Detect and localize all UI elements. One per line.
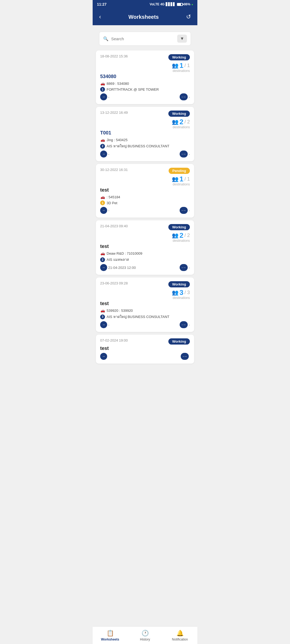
filter-icon: ▼ xyxy=(180,36,184,41)
card-right: Working 👥 3 / 3 destinations xyxy=(168,281,190,300)
dest-label: destinations xyxy=(173,296,190,300)
footer-left-text: 21-04-2023 12:00 xyxy=(108,266,136,270)
signal-text: VoLTE 4G xyxy=(150,2,165,6)
nav-worksheets[interactable]: 📋 Worksheets xyxy=(93,629,128,642)
location-name: AIS หาดใหญ่ BUSINESS CONSULTANT xyxy=(107,143,169,149)
page-title: Worksheets xyxy=(128,14,159,20)
footer-left-text: - xyxy=(108,208,109,213)
status-bar: 11:27 VoLTE 4G ▋▋▋▋ 86% ● xyxy=(93,0,197,9)
search-bar: 🔍 ▼ xyxy=(99,32,191,46)
footer-right: ···→ - xyxy=(180,321,190,328)
card-code: T001 xyxy=(100,130,190,136)
list-item[interactable]: 13-12-2022 16:49 Working 👥 2 / 2 destina… xyxy=(96,107,194,161)
arrow-dots-icon: ···→ xyxy=(180,93,188,100)
dest-label: destinations xyxy=(173,125,190,129)
card-code: 534080 xyxy=(100,74,190,79)
card-date: 07-02-2024 19:00 xyxy=(100,338,128,342)
card-location-row: 2 AIS แมทพลาส xyxy=(100,257,190,262)
list-item[interactable]: 07-02-2024 19:00 Working test → ···→ xyxy=(96,335,194,364)
footer-left-text: - xyxy=(108,152,109,156)
location-name: AIS แมทพลาส xyxy=(107,257,129,262)
card-header: 13-12-2022 16:49 Working 👥 2 / 2 destina… xyxy=(100,111,190,129)
app-header: ‹ Worksheets ↺ xyxy=(93,9,197,25)
arrow-dots-icon: ···→ xyxy=(180,207,188,214)
card-code: test xyxy=(100,301,190,306)
battery-icon xyxy=(177,3,183,6)
vehicle-info: Deaw R&D : 71010009 xyxy=(107,251,142,255)
card-right: Working 👥 2 / 2 destinations xyxy=(168,224,190,243)
location-badge: 2 xyxy=(100,257,105,262)
status-badge: Working xyxy=(168,281,190,287)
card-vehicle-row: 🚗 8869 : 534080 xyxy=(100,81,190,86)
location-name: AIS หาดใหญ่ BUSINESS CONSULTANT xyxy=(107,314,169,320)
list-item[interactable]: 18-08-2022 15:36 Working 👥 1 / 1 destina… xyxy=(96,50,194,104)
card-date: 23-06-2023 09:28 xyxy=(100,281,128,285)
footer-left: → 21-04-2023 12:00 xyxy=(100,264,136,271)
nav-notification[interactable]: 🔔 Notification xyxy=(162,629,197,642)
car-icon: 🚗 xyxy=(100,81,105,86)
arrow-dots-icon: ···→ xyxy=(181,353,189,360)
card-vehicle-row: 🚗 Deaw R&D : 71010009 xyxy=(100,251,190,256)
footer-right: ···→ xyxy=(181,353,190,360)
dest-num: 3 xyxy=(180,289,183,296)
filter-button[interactable]: ▼ xyxy=(177,35,187,43)
car-icon: 🚗 xyxy=(100,251,105,256)
card-date: 21-04-2023 09:40 xyxy=(100,224,128,228)
search-icon: 🔍 xyxy=(103,36,108,41)
arrow-dots-icon: ···→ xyxy=(180,264,188,271)
vehicle-info: 539920 : 539920 xyxy=(107,309,133,313)
card-header: 07-02-2024 19:00 Working xyxy=(100,338,190,345)
status-badge: Working xyxy=(168,338,190,345)
vehicle-info: : 545184 xyxy=(107,195,120,199)
back-button[interactable]: ‹ xyxy=(98,12,102,21)
card-location-row: 1 FORTTHTRACK @ SPE TOWER xyxy=(100,87,190,92)
card-code: test xyxy=(100,187,190,193)
card-footer: → - ···→ - xyxy=(100,151,190,158)
card-header: 21-04-2023 09:40 Working 👥 2 / 2 destina… xyxy=(100,224,190,243)
status-badge: Working xyxy=(168,111,190,117)
list-item[interactable]: 30-12-2022 16:31 Pending 👥 1 / 1 destina… xyxy=(96,164,194,218)
footer-right-text: - xyxy=(189,208,190,213)
footer-left: → - xyxy=(100,321,109,328)
arrow-right-icon: → xyxy=(100,353,107,360)
arrow-right-icon: → xyxy=(100,321,107,328)
card-location-row: 2 AIS หาดใหญ่ BUSINESS CONSULTANT xyxy=(100,143,190,149)
notification-icon: 🔔 xyxy=(176,630,184,637)
dest-icon: 👥 xyxy=(172,62,179,69)
dest-label: destinations xyxy=(173,239,190,243)
vehicle-info: 8869 : 534080 xyxy=(107,82,129,86)
card-code: test xyxy=(100,244,190,249)
dest-num: 2 xyxy=(180,118,183,125)
list-item[interactable]: 21-04-2023 09:40 Working 👥 2 / 2 destina… xyxy=(96,220,194,275)
list-item[interactable]: 23-06-2023 09:28 Working 👥 3 / 3 destina… xyxy=(96,277,194,332)
footer-right: ···→ - xyxy=(180,93,190,100)
footer-left: → xyxy=(100,353,108,360)
card-list: 18-08-2022 15:36 Working 👥 1 / 1 destina… xyxy=(93,50,197,385)
arrow-right-icon: → xyxy=(100,151,107,158)
dest-total: / 2 xyxy=(184,119,190,125)
footer-right-text: - xyxy=(189,95,190,99)
card-vehicle-row: 🚗 : 545184 xyxy=(100,195,190,199)
search-input[interactable] xyxy=(111,36,175,41)
refresh-button[interactable]: ↺ xyxy=(185,12,192,21)
car-icon: 🚗 xyxy=(100,195,105,199)
card-footer: → - ···→ - xyxy=(100,93,190,100)
history-label: History xyxy=(140,638,150,641)
card-date: 13-12-2022 16:49 xyxy=(100,111,128,115)
location-badge: 1 xyxy=(100,200,105,205)
worksheets-icon: 📋 xyxy=(107,630,114,637)
dest-total: / 2 xyxy=(184,233,190,238)
footer-left: → - xyxy=(100,93,109,100)
card-date: 18-08-2022 15:36 xyxy=(100,54,128,58)
vehicle-info: Jing : 540425 xyxy=(107,138,128,142)
location-name: FORTTHTRACK @ SPE TOWER xyxy=(107,87,159,92)
signal-bars: ▋▋▋▋ xyxy=(166,2,175,6)
dest-icon: 👥 xyxy=(172,232,179,239)
card-code: test xyxy=(100,346,190,351)
card-vehicle-row: 🚗 539920 : 539920 xyxy=(100,308,190,313)
battery-dot: ● xyxy=(191,3,193,6)
arrow-right-icon: → xyxy=(100,264,107,271)
card-footer: → 21-04-2023 12:00 ···→ - xyxy=(100,264,190,271)
location-name: 3D Pet xyxy=(107,201,117,205)
nav-history[interactable]: 🕐 History xyxy=(128,629,162,642)
